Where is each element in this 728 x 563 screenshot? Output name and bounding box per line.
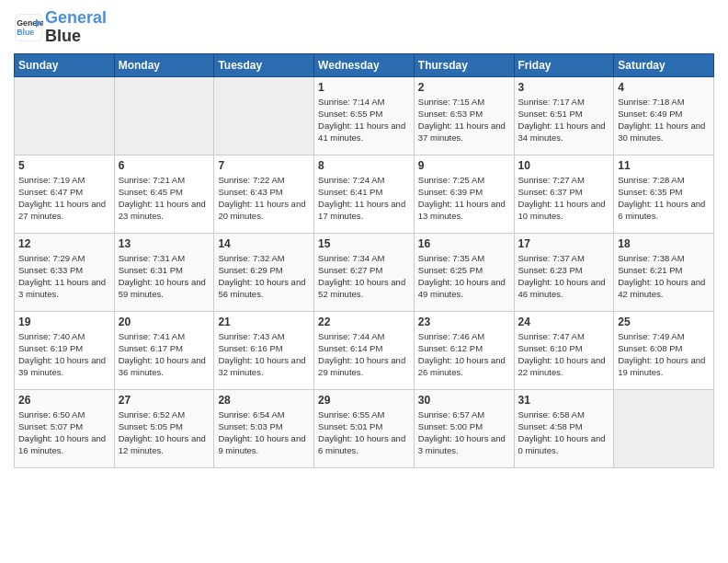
calendar-cell: 31 Sunrise: 6:58 AM Sunset: 4:58 PM Dayl… xyxy=(514,389,614,467)
day-info: Sunrise: 7:22 AM Sunset: 6:43 PM Dayligh… xyxy=(218,174,310,223)
day-info: Sunrise: 7:37 AM Sunset: 6:23 PM Dayligh… xyxy=(518,252,610,301)
calendar-cell: 1 Sunrise: 7:14 AM Sunset: 6:55 PM Dayli… xyxy=(314,76,415,155)
calendar-cell: 15 Sunrise: 7:34 AM Sunset: 6:27 PM Dayl… xyxy=(314,233,415,311)
calendar-week-row: 1 Sunrise: 7:14 AM Sunset: 6:55 PM Dayli… xyxy=(15,76,714,155)
day-info: Sunrise: 7:19 AM Sunset: 6:47 PM Dayligh… xyxy=(18,174,110,223)
day-number: 18 xyxy=(618,237,710,250)
day-number: 22 xyxy=(318,316,410,328)
day-info: Sunrise: 7:35 AM Sunset: 6:25 PM Dayligh… xyxy=(418,252,510,301)
day-number: 27 xyxy=(119,394,210,407)
col-header-friday: Friday xyxy=(514,53,614,76)
day-info: Sunrise: 6:50 AM Sunset: 5:07 PM Dayligh… xyxy=(18,408,110,457)
calendar-cell: 10 Sunrise: 7:27 AM Sunset: 6:37 PM Dayl… xyxy=(514,155,614,233)
day-number: 14 xyxy=(218,237,310,250)
day-info: Sunrise: 7:28 AM Sunset: 6:35 PM Dayligh… xyxy=(618,174,710,223)
day-number: 25 xyxy=(618,316,710,328)
calendar-cell: 16 Sunrise: 7:35 AM Sunset: 6:25 PM Dayl… xyxy=(414,233,514,311)
day-info: Sunrise: 6:57 AM Sunset: 5:00 PM Dayligh… xyxy=(418,408,510,457)
col-header-thursday: Thursday xyxy=(414,53,514,76)
calendar-cell: 17 Sunrise: 7:37 AM Sunset: 6:23 PM Dayl… xyxy=(514,233,614,311)
day-info: Sunrise: 7:38 AM Sunset: 6:21 PM Dayligh… xyxy=(618,252,710,301)
day-info: Sunrise: 7:24 AM Sunset: 6:41 PM Dayligh… xyxy=(318,174,410,223)
calendar-cell: 28 Sunrise: 6:54 AM Sunset: 5:03 PM Dayl… xyxy=(214,389,314,467)
day-number: 23 xyxy=(418,316,510,328)
calendar-cell: 8 Sunrise: 7:24 AM Sunset: 6:41 PM Dayli… xyxy=(314,155,415,233)
day-number: 9 xyxy=(418,159,510,172)
col-header-saturday: Saturday xyxy=(614,53,714,76)
logo-name: GeneralBlue xyxy=(45,9,107,46)
calendar-cell: 30 Sunrise: 6:57 AM Sunset: 5:00 PM Dayl… xyxy=(414,389,514,467)
day-info: Sunrise: 7:27 AM Sunset: 6:37 PM Dayligh… xyxy=(518,174,610,223)
day-info: Sunrise: 7:21 AM Sunset: 6:45 PM Dayligh… xyxy=(119,174,210,223)
day-number: 10 xyxy=(518,159,610,172)
calendar-cell xyxy=(15,76,115,155)
col-header-wednesday: Wednesday xyxy=(314,53,415,76)
header: General Blue GeneralBlue xyxy=(14,9,714,46)
calendar-cell: 25 Sunrise: 7:49 AM Sunset: 6:08 PM Dayl… xyxy=(614,311,714,389)
calendar-cell xyxy=(214,76,314,155)
calendar-cell: 14 Sunrise: 7:32 AM Sunset: 6:29 PM Dayl… xyxy=(214,233,314,311)
calendar-cell: 7 Sunrise: 7:22 AM Sunset: 6:43 PM Dayli… xyxy=(214,155,314,233)
day-info: Sunrise: 7:18 AM Sunset: 6:49 PM Dayligh… xyxy=(618,96,710,144)
day-number: 21 xyxy=(218,316,310,328)
logo-icon: General Blue xyxy=(14,13,43,42)
day-info: Sunrise: 7:46 AM Sunset: 6:12 PM Dayligh… xyxy=(418,330,510,379)
day-number: 6 xyxy=(119,159,210,172)
day-info: Sunrise: 7:17 AM Sunset: 6:51 PM Dayligh… xyxy=(518,96,610,144)
col-header-sunday: Sunday xyxy=(15,53,115,76)
day-info: Sunrise: 7:44 AM Sunset: 6:14 PM Dayligh… xyxy=(318,330,410,379)
col-header-monday: Monday xyxy=(114,53,214,76)
day-number: 12 xyxy=(18,237,110,250)
calendar-cell: 23 Sunrise: 7:46 AM Sunset: 6:12 PM Dayl… xyxy=(414,311,514,389)
day-number: 3 xyxy=(518,81,610,94)
calendar-cell: 6 Sunrise: 7:21 AM Sunset: 6:45 PM Dayli… xyxy=(114,155,214,233)
day-info: Sunrise: 7:32 AM Sunset: 6:29 PM Dayligh… xyxy=(218,252,310,301)
calendar-header-row: SundayMondayTuesdayWednesdayThursdayFrid… xyxy=(15,53,714,76)
day-info: Sunrise: 7:29 AM Sunset: 6:33 PM Dayligh… xyxy=(18,252,110,301)
day-info: Sunrise: 6:54 AM Sunset: 5:03 PM Dayligh… xyxy=(218,408,310,457)
day-info: Sunrise: 7:31 AM Sunset: 6:31 PM Dayligh… xyxy=(119,252,210,301)
day-number: 26 xyxy=(18,394,110,407)
calendar-cell: 29 Sunrise: 6:55 AM Sunset: 5:01 PM Dayl… xyxy=(314,389,415,467)
day-number: 15 xyxy=(318,237,410,250)
day-info: Sunrise: 7:15 AM Sunset: 6:53 PM Dayligh… xyxy=(418,96,510,144)
calendar-cell: 3 Sunrise: 7:17 AM Sunset: 6:51 PM Dayli… xyxy=(514,76,614,155)
day-number: 24 xyxy=(518,316,610,328)
day-number: 16 xyxy=(418,237,510,250)
day-number: 8 xyxy=(318,159,410,172)
calendar-week-row: 19 Sunrise: 7:40 AM Sunset: 6:19 PM Dayl… xyxy=(15,311,714,389)
calendar-cell: 4 Sunrise: 7:18 AM Sunset: 6:49 PM Dayli… xyxy=(614,76,714,155)
day-number: 30 xyxy=(418,394,510,407)
day-number: 28 xyxy=(218,394,310,407)
day-number: 17 xyxy=(518,237,610,250)
calendar-cell: 12 Sunrise: 7:29 AM Sunset: 6:33 PM Dayl… xyxy=(15,233,115,311)
calendar-cell: 18 Sunrise: 7:38 AM Sunset: 6:21 PM Dayl… xyxy=(614,233,714,311)
calendar-table: SundayMondayTuesdayWednesdayThursdayFrid… xyxy=(14,53,714,468)
calendar-cell: 21 Sunrise: 7:43 AM Sunset: 6:16 PM Dayl… xyxy=(214,311,314,389)
day-number: 11 xyxy=(618,159,710,172)
calendar-cell: 13 Sunrise: 7:31 AM Sunset: 6:31 PM Dayl… xyxy=(114,233,214,311)
day-info: Sunrise: 7:25 AM Sunset: 6:39 PM Dayligh… xyxy=(418,174,510,223)
logo: General Blue GeneralBlue xyxy=(14,9,107,46)
calendar-cell: 20 Sunrise: 7:41 AM Sunset: 6:17 PM Dayl… xyxy=(114,311,214,389)
calendar-cell xyxy=(114,76,214,155)
day-number: 29 xyxy=(318,394,410,407)
calendar-cell: 22 Sunrise: 7:44 AM Sunset: 6:14 PM Dayl… xyxy=(314,311,415,389)
calendar-cell: 27 Sunrise: 6:52 AM Sunset: 5:05 PM Dayl… xyxy=(114,389,214,467)
calendar-week-row: 5 Sunrise: 7:19 AM Sunset: 6:47 PM Dayli… xyxy=(15,155,714,233)
calendar-cell xyxy=(614,389,714,467)
day-number: 13 xyxy=(119,237,210,250)
day-number: 20 xyxy=(119,316,210,328)
day-info: Sunrise: 7:40 AM Sunset: 6:19 PM Dayligh… xyxy=(18,330,110,379)
day-number: 2 xyxy=(418,81,510,94)
day-number: 7 xyxy=(218,159,310,172)
calendar-cell: 5 Sunrise: 7:19 AM Sunset: 6:47 PM Dayli… xyxy=(15,155,115,233)
day-info: Sunrise: 7:34 AM Sunset: 6:27 PM Dayligh… xyxy=(318,252,410,301)
day-info: Sunrise: 6:55 AM Sunset: 5:01 PM Dayligh… xyxy=(318,408,410,457)
calendar-week-row: 12 Sunrise: 7:29 AM Sunset: 6:33 PM Dayl… xyxy=(15,233,714,311)
day-number: 5 xyxy=(18,159,110,172)
svg-text:Blue: Blue xyxy=(17,28,34,37)
day-number: 4 xyxy=(618,81,710,94)
calendar-cell: 11 Sunrise: 7:28 AM Sunset: 6:35 PM Dayl… xyxy=(614,155,714,233)
calendar-cell: 9 Sunrise: 7:25 AM Sunset: 6:39 PM Dayli… xyxy=(414,155,514,233)
